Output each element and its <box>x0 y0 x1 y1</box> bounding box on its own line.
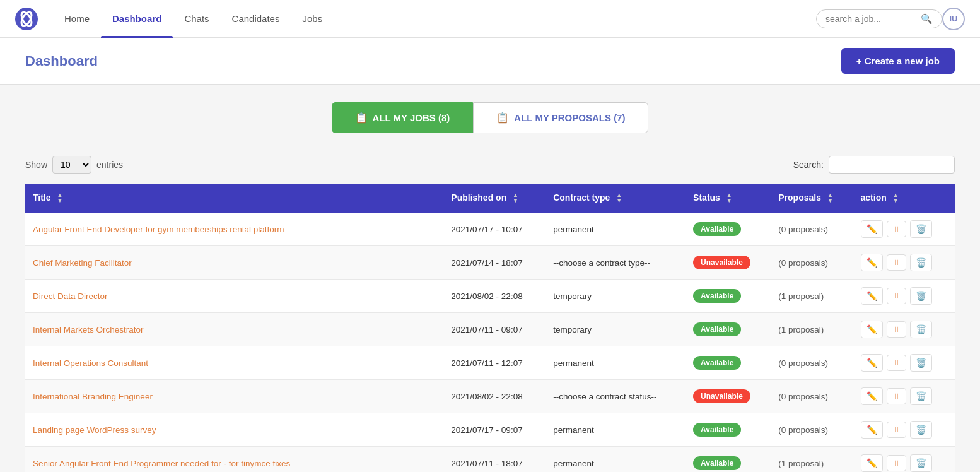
cell-contract-type: permanent <box>545 346 685 380</box>
nav-candidates[interactable]: Candidates <box>221 0 291 38</box>
cell-action: ✏️ ⏸ 🗑️ <box>853 280 955 313</box>
cell-proposals: (0 proposals) <box>771 380 853 413</box>
entries-label: entries <box>96 160 123 170</box>
cell-status: Available <box>685 313 771 346</box>
table-row: Senior Angular Front End Programmer need… <box>25 447 955 472</box>
edit-button[interactable]: ✏️ <box>861 287 883 305</box>
edit-button[interactable]: ✏️ <box>861 220 883 238</box>
svg-point-0 <box>15 8 38 30</box>
delete-button[interactable]: 🗑️ <box>910 220 932 238</box>
table-row: Chief Marketing Facilitator 2021/07/14 -… <box>25 246 955 280</box>
job-title-link[interactable]: Landing page WordPress survey <box>33 425 156 435</box>
job-title-link[interactable]: Senior Angular Front End Programmer need… <box>33 459 290 468</box>
create-job-button[interactable]: + Create a new job <box>841 48 955 74</box>
search-control: Search: <box>793 156 955 174</box>
delete-button[interactable]: 🗑️ <box>910 354 932 372</box>
cell-published-on: 2021/07/11 - 09:07 <box>443 313 545 346</box>
action-buttons: ✏️ ⏸ 🗑️ <box>861 254 947 271</box>
proposals-tab-icon: 📋 <box>496 112 509 124</box>
table-section: Show 10 25 50 100 entries Search: Title … <box>0 146 980 472</box>
cell-proposals: (0 proposals) <box>771 213 853 246</box>
col-status[interactable]: Status ▲▼ <box>685 184 771 213</box>
cell-contract-type: permanent <box>545 447 685 472</box>
action-buttons: ✏️ ⏸ 🗑️ <box>861 287 947 305</box>
pause-button[interactable]: ⏸ <box>887 455 906 471</box>
cell-published-on: 2021/07/11 - 18:07 <box>443 447 545 472</box>
table-header-row: Title ▲▼ Published on ▲▼ Contract type ▲… <box>25 184 955 213</box>
pause-button[interactable]: ⏸ <box>887 254 906 271</box>
col-contract-type[interactable]: Contract type ▲▼ <box>545 184 685 213</box>
table-row: Angular Front End Developer for gym memb… <box>25 213 955 246</box>
cell-status: Available <box>685 413 771 447</box>
delete-button[interactable]: 🗑️ <box>910 387 932 405</box>
job-title-link[interactable]: Internal Markets Orchestrator <box>33 325 144 334</box>
edit-button[interactable]: ✏️ <box>861 354 883 372</box>
edit-button[interactable]: ✏️ <box>861 254 883 271</box>
cell-action: ✏️ ⏸ 🗑️ <box>853 447 955 472</box>
status-badge: Available <box>693 289 741 303</box>
cell-proposals: (1 proposal) <box>771 447 853 472</box>
nav-dashboard[interactable]: Dashboard <box>101 0 173 38</box>
pause-button[interactable]: ⏸ <box>887 388 906 404</box>
nav-jobs[interactable]: Jobs <box>291 0 334 38</box>
logo[interactable] <box>15 8 38 30</box>
table-search-input[interactable] <box>829 156 955 174</box>
nav-home[interactable]: Home <box>53 0 101 38</box>
cell-published-on: 2021/08/02 - 22:08 <box>443 280 545 313</box>
col-action[interactable]: action ▲▼ <box>853 184 955 213</box>
edit-button[interactable]: ✏️ <box>861 387 883 405</box>
cell-contract-type: permanent <box>545 413 685 447</box>
table-row: Internal Operations Consultant 2021/07/1… <box>25 346 955 380</box>
tab-all-my-jobs-label: ALL MY JOBS (8) <box>373 112 450 123</box>
status-badge: Available <box>693 423 741 437</box>
job-title-link[interactable]: Chief Marketing Facilitator <box>33 258 132 268</box>
edit-button[interactable]: ✏️ <box>861 454 883 472</box>
cell-title: Landing page WordPress survey <box>25 413 443 447</box>
search-input[interactable] <box>825 14 917 24</box>
pause-button[interactable]: ⏸ <box>887 355 906 371</box>
edit-button[interactable]: ✏️ <box>861 321 883 338</box>
cell-action: ✏️ ⏸ 🗑️ <box>853 346 955 380</box>
cell-title: Angular Front End Developer for gym memb… <box>25 213 443 246</box>
status-badge: Available <box>693 222 741 236</box>
tab-all-my-proposals[interactable]: 📋 ALL MY PROPOSALS (7) <box>473 102 648 133</box>
pause-button[interactable]: ⏸ <box>887 288 906 304</box>
table-row: International Branding Engineer 2021/08/… <box>25 380 955 413</box>
delete-button[interactable]: 🗑️ <box>910 287 932 305</box>
job-title-link[interactable]: Angular Front End Developer for gym memb… <box>33 225 284 234</box>
pause-button[interactable]: ⏸ <box>887 221 906 237</box>
pause-button[interactable]: ⏸ <box>887 321 906 338</box>
cell-proposals: (0 proposals) <box>771 413 853 447</box>
edit-button[interactable]: ✏️ <box>861 421 883 439</box>
cell-contract-type: --choose a contract status-- <box>545 380 685 413</box>
job-title-link[interactable]: Direct Data Director <box>33 292 108 301</box>
tabs-row: 📋 ALL MY JOBS (8) 📋 ALL MY PROPOSALS (7) <box>0 85 980 146</box>
avatar[interactable]: IU <box>942 8 965 30</box>
cell-status: Available <box>685 447 771 472</box>
delete-button[interactable]: 🗑️ <box>910 454 932 472</box>
nav-links: Home Dashboard Chats Candidates Jobs <box>53 0 803 38</box>
col-title[interactable]: Title ▲▼ <box>25 184 443 213</box>
action-buttons: ✏️ ⏸ 🗑️ <box>861 354 947 372</box>
tab-all-my-jobs[interactable]: 📋 ALL MY JOBS (8) <box>332 102 474 133</box>
tab-all-my-proposals-label: ALL MY PROPOSALS (7) <box>514 112 625 123</box>
cell-title: International Branding Engineer <box>25 380 443 413</box>
col-proposals[interactable]: Proposals ▲▼ <box>771 184 853 213</box>
jobs-tab-icon: 📋 <box>355 112 368 124</box>
cell-status: Available <box>685 346 771 380</box>
delete-button[interactable]: 🗑️ <box>910 254 932 271</box>
job-title-link[interactable]: International Branding Engineer <box>33 392 153 401</box>
delete-button[interactable]: 🗑️ <box>910 421 932 439</box>
show-label: Show <box>25 160 47 170</box>
cell-proposals: (1 proposal) <box>771 280 853 313</box>
cell-title: Chief Marketing Facilitator <box>25 246 443 280</box>
table-row: Direct Data Director 2021/08/02 - 22:08 … <box>25 280 955 313</box>
delete-button[interactable]: 🗑️ <box>910 321 932 338</box>
cell-published-on: 2021/07/17 - 10:07 <box>443 213 545 246</box>
col-published-on[interactable]: Published on ▲▼ <box>443 184 545 213</box>
cell-proposals: (0 proposals) <box>771 246 853 280</box>
nav-chats[interactable]: Chats <box>173 0 220 38</box>
entries-select[interactable]: 10 25 50 100 <box>52 156 91 174</box>
job-title-link[interactable]: Internal Operations Consultant <box>33 358 148 368</box>
pause-button[interactable]: ⏸ <box>887 422 906 438</box>
